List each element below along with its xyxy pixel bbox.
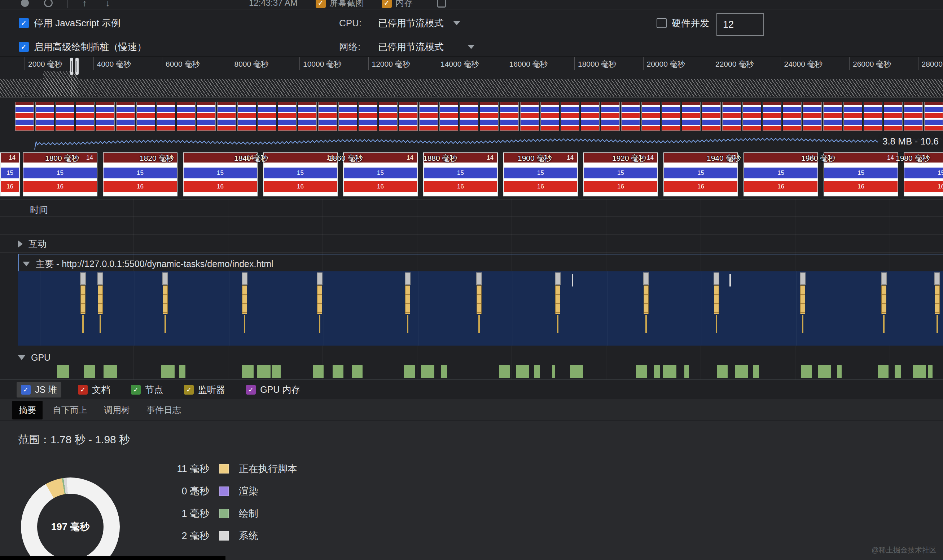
reload-record-button[interactable] [44,0,52,9]
task-marker[interactable] [713,271,719,346]
task-marker[interactable] [800,271,806,346]
save-profile-button[interactable]: ↓ [105,0,110,9]
gpu-activity-block[interactable] [333,365,343,378]
filmstrip-frame[interactable] [864,102,883,131]
filmstrip-frame[interactable] [762,102,781,131]
gpu-activity-block[interactable] [84,365,95,378]
counter-toggle-gpu-memory[interactable]: ✓GPU 内存 [242,382,304,397]
filmstrip-frame[interactable] [823,102,842,131]
screenshot-thumbnail[interactable]: 141516 [263,152,338,196]
gpu-activity-block[interactable] [663,365,676,378]
filmstrip-frame[interactable] [338,102,357,131]
tab-summary[interactable]: 摘要 [12,401,43,420]
filmstrip-frame[interactable] [924,102,943,131]
filmstrip-frame[interactable] [904,102,923,131]
filmstrip-frame[interactable] [15,102,34,131]
task-marker[interactable] [934,271,940,346]
gpu-activity-block[interactable] [684,365,689,378]
filmstrip-frame[interactable] [238,102,256,131]
filmstrip-frame[interactable] [520,102,539,131]
task-marker[interactable] [242,271,247,346]
checkbox-icon[interactable]: ✓ [131,385,141,395]
gpu-activity-block[interactable] [534,365,540,378]
chevron-down-icon[interactable] [18,355,25,360]
gpu-activity-block[interactable] [818,365,831,378]
screenshot-thumbnail[interactable]: 141516 [0,152,20,196]
task-marker[interactable] [881,271,887,346]
memory-toggle[interactable]: ✓ 内存 [382,0,413,9]
task-marker[interactable] [555,271,560,346]
gpu-activity-block[interactable] [352,365,363,378]
gpu-activity-block[interactable] [717,365,728,378]
filmstrip-frame[interactable] [217,102,236,131]
filmstrip-frame[interactable] [803,102,822,131]
gpu-activity-block[interactable] [837,365,842,378]
filmstrip-frame[interactable] [480,102,499,131]
filmstrip-frame[interactable] [560,102,579,131]
checkbox-icon[interactable]: ✓ [246,385,256,395]
tab-event-log[interactable]: 事件日志 [140,401,188,420]
counter-toggle-listeners[interactable]: ✓监听器 [180,382,230,397]
record-button[interactable] [21,0,29,9]
filmstrip-frame[interactable] [298,102,317,131]
filmstrip-frame[interactable] [258,102,276,131]
gpu-activity-block[interactable] [57,365,69,378]
cpu-throttling-select[interactable]: 已停用节流模式 [378,15,460,31]
gpu-activity-block[interactable] [103,365,117,378]
clear-button[interactable] [437,0,446,9]
filmstrip-frame[interactable] [318,102,337,131]
counter-toggle-js-heap[interactable]: ✓JS 堆 [17,382,61,397]
checkbox-icon[interactable]: ✓ [382,0,392,8]
filmstrip-frame[interactable] [439,102,458,131]
task-marker[interactable] [476,271,482,346]
gpu-activity-block[interactable] [179,365,185,378]
gpu-activity-block[interactable] [928,365,932,378]
filmstrip-frame[interactable] [96,102,115,131]
filmstrip-frame[interactable] [116,102,135,131]
gpu-activity-block[interactable] [516,365,529,378]
checkbox-icon[interactable]: ✓ [19,42,29,52]
filmstrip-frame[interactable] [641,102,660,131]
filmstrip-frame[interactable] [621,102,640,131]
gpu-activity-block[interactable] [161,365,174,378]
checkbox-icon[interactable] [657,18,667,28]
load-profile-button[interactable]: ↑ [82,0,87,9]
gpu-activity-block[interactable] [278,365,281,378]
filmstrip-frame[interactable] [379,102,398,131]
gpu-activity-block[interactable] [895,365,901,378]
task-marker[interactable] [162,271,168,346]
filmstrip-frame[interactable] [359,102,377,131]
gpu-activity-block[interactable] [499,365,510,378]
screenshots-toggle[interactable]: ✓ 屏幕截图 [316,0,364,9]
filmstrip-frame[interactable] [601,102,620,131]
task-marker[interactable] [405,271,411,346]
filmstrip-frame[interactable] [662,102,681,131]
gpu-activity-block[interactable] [654,365,660,378]
gpu-activity-block[interactable] [242,365,254,378]
checkbox-icon[interactable]: ✓ [316,0,326,8]
gpu-activity-block[interactable] [735,365,748,378]
filmstrip-frame[interactable] [56,102,74,131]
checkbox-icon[interactable]: ✓ [19,18,29,28]
track-interactions[interactable]: 互动 [18,238,46,250]
task-marker[interactable] [97,271,103,346]
gpu-activity-block[interactable] [257,365,270,378]
main-track-header[interactable]: 主要 - http://127.0.0.1:5500/dynamic-tasks… [19,254,943,270]
timeline-overview[interactable]: 2000 毫秒4000 毫秒6000 毫秒8000 毫秒10000 毫秒1200… [0,57,943,150]
hardware-concurrency-input[interactable]: 12 [716,13,764,36]
gpu-activity-block[interactable] [552,365,555,378]
gpu-activity-block[interactable] [313,365,324,378]
filmstrip-frame[interactable] [157,102,175,131]
chevron-down-icon[interactable] [23,262,30,266]
track-main[interactable]: 主要 - http://127.0.0.1:5500/dynamic-tasks… [18,254,943,346]
tab-call-tree[interactable]: 调用树 [97,401,136,420]
tab-bottom-up[interactable]: 自下而上 [46,401,94,420]
gpu-activity-block[interactable] [636,365,647,378]
track-label-timings[interactable]: 时间 [30,204,48,216]
disable-js-samples-setting[interactable]: ✓ 停用 JavaScript 示例 [19,15,120,31]
filmstrip-frame[interactable] [702,102,721,131]
gpu-activity-block[interactable] [801,365,812,378]
task-marker[interactable] [643,271,649,346]
checkbox-icon[interactable]: ✓ [78,385,88,395]
filmstrip-frame[interactable] [399,102,418,131]
